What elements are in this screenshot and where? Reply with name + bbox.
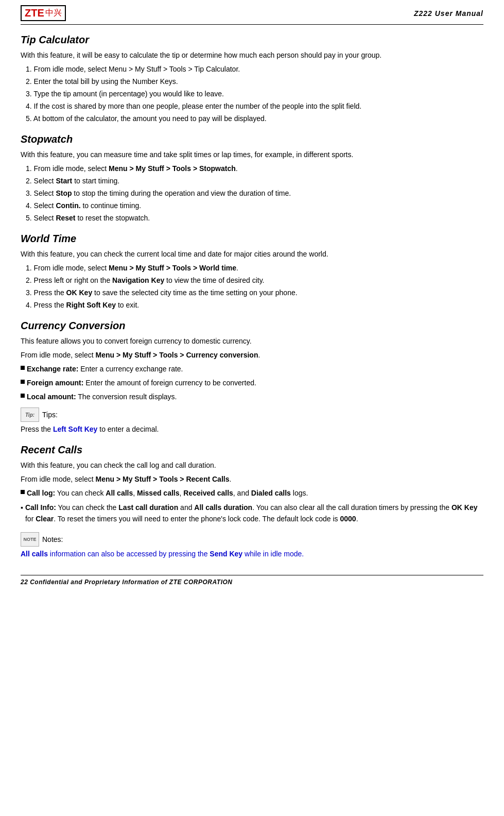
tip-calculator-intro: With this feature, it will be easy to ca… xyxy=(21,50,483,61)
bullet-text: Foreign amount: Enter the amount of fore… xyxy=(27,378,256,388)
currency-bullet-2: Foreign amount: Enter the amount of fore… xyxy=(21,378,483,388)
stopwatch-title: Stopwatch xyxy=(21,133,483,145)
bullet-icon xyxy=(21,394,25,398)
currency-intro2-pre: From idle mode, select xyxy=(21,351,96,359)
bullet-icon xyxy=(21,380,25,384)
call-info-bullet: ▪ Call Info: You can check the Last call… xyxy=(21,502,483,525)
currency-bullet-3: Local amount: The conversion result disp… xyxy=(21,392,483,402)
list-item: 3. Select Stop to stop the timing during… xyxy=(21,188,483,199)
list-item: 4. Press the Right Soft Key to exit. xyxy=(21,300,483,311)
currency-intro1: This feature allows you to convert forei… xyxy=(21,336,483,347)
list-item: 4. Select Contin. to continue timing. xyxy=(21,200,483,211)
call-info-bullet-char: ▪ xyxy=(21,502,23,513)
list-item: 2. Select Start to start timing. xyxy=(21,176,483,186)
bold-text: Reset xyxy=(56,214,75,222)
call-log-bullet: Call log: You can check All calls, Misse… xyxy=(21,488,483,499)
note-icon: NOTE xyxy=(21,532,39,547)
section-stopwatch: Stopwatch With this feature, you can mea… xyxy=(21,133,483,224)
bold-text: Dialed calls xyxy=(251,489,291,497)
note-send-key: Send Key xyxy=(210,550,242,558)
footer-text: 22 Confidential and Proprietary Informat… xyxy=(21,579,232,586)
bold-text: Contin. xyxy=(56,201,80,210)
bold-text: Menu > My Stuff > Tools > Recent Calls xyxy=(96,475,230,483)
note-box: NOTE Notes: xyxy=(21,532,483,547)
bold-text: Call log: xyxy=(27,489,55,497)
tip-icon: Tip: xyxy=(21,407,39,422)
world-time-steps: 1. From idle mode, select Menu > My Stuf… xyxy=(21,263,483,311)
note-label: Notes: xyxy=(42,535,63,543)
tip-content: Press the Left Soft Key to enter a decim… xyxy=(21,424,483,435)
call-info-text3: . To reset the timers you will need to e… xyxy=(54,515,340,523)
bold-text: Menu > My Stuff > Tools > Currency conve… xyxy=(96,351,258,359)
world-time-intro: With this feature, you can check the cur… xyxy=(21,249,483,260)
tip-left-soft-key: Left Soft Key xyxy=(53,425,97,433)
recent-calls-from-idle: From idle mode, select Menu > My Stuff >… xyxy=(21,474,483,485)
currency-bullet-1: Exchange rate: Enter a currency exchange… xyxy=(21,364,483,375)
bold-text: Foreign amount: xyxy=(27,379,83,387)
note-end: while in idle mode. xyxy=(242,550,304,558)
list-item: 4. If the cost is shared by more than on… xyxy=(21,101,483,112)
note-content: All calls information can also be access… xyxy=(21,549,483,559)
bullet-icon xyxy=(21,366,25,370)
bullet-text: Local amount: The conversion result disp… xyxy=(27,392,177,402)
section-currency-conversion: Currency Conversion This feature allows … xyxy=(21,320,483,435)
note-all-calls: All calls xyxy=(21,550,48,558)
section-world-time: World Time With this feature, you can ch… xyxy=(21,233,483,311)
bold-text: OK Key xyxy=(451,503,478,512)
section-tip-calculator: Tip Calculator With this feature, it wil… xyxy=(21,34,483,124)
bullet-text: Exchange rate: Enter a currency exchange… xyxy=(27,364,183,375)
call-info-text2: for xyxy=(25,515,36,523)
bold-text: Exchange rate: xyxy=(27,365,78,373)
list-item: 3. Type the tip amount (in percentage) y… xyxy=(21,89,483,99)
list-item: 3. Press the OK Key to save the selected… xyxy=(21,287,483,298)
section-recent-calls: Recent Calls With this feature, you can … xyxy=(21,444,483,559)
bold-text: Received calls xyxy=(183,489,233,497)
bold-text: Stop xyxy=(56,189,72,197)
manual-title: Z222 User Manual xyxy=(414,9,483,18)
currency-intro2-post: . xyxy=(258,351,260,359)
page-header: ZTE 中兴 Z222 User Manual xyxy=(21,5,483,25)
bold-text: Menu > My Stuff > Tools > World time xyxy=(109,264,236,272)
note-text: information can also be accessed by pres… xyxy=(48,550,210,558)
logo-chinese: 中兴 xyxy=(45,8,62,19)
stopwatch-steps: 1. From idle mode, select Menu > My Stuf… xyxy=(21,163,483,224)
logo: ZTE 中兴 xyxy=(21,5,66,21)
list-item: 5. At bottom of the calculator, the amou… xyxy=(21,113,483,124)
list-item: 2. Press left or right on the Navigation… xyxy=(21,275,483,286)
call-info-content: Call Info: You can check the Last call d… xyxy=(25,502,483,525)
from-idle-pre: From idle mode, select xyxy=(21,475,96,483)
bold-text: Local amount: xyxy=(27,393,76,401)
list-item: 2. Enter the total bill by using the Num… xyxy=(21,76,483,87)
tip-label: Tips: xyxy=(42,411,58,419)
world-time-title: World Time xyxy=(21,233,483,245)
call-info-pre: You can check the xyxy=(56,503,118,512)
bold-text: Call Info: xyxy=(25,503,56,512)
list-item: 1. From idle mode, select Menu > My Stuf… xyxy=(21,263,483,274)
page-footer: 22 Confidential and Proprietary Informat… xyxy=(21,575,483,586)
bold-text: Clear xyxy=(36,515,54,523)
logo-box: ZTE 中兴 xyxy=(21,5,66,21)
call-info-mid: and xyxy=(178,503,194,512)
currency-conversion-title: Currency Conversion xyxy=(21,320,483,332)
bold-text: OK Key xyxy=(66,288,93,297)
call-info-end: . xyxy=(356,515,358,523)
bold-text: Navigation Key xyxy=(112,276,164,284)
bold-text: Right Soft Key xyxy=(66,301,116,309)
list-item: 5. Select Reset to reset the stopwatch. xyxy=(21,213,483,224)
bold-text: All calls duration xyxy=(194,503,252,512)
bold-text: Last call duration xyxy=(118,503,178,512)
list-item: 1. From idle mode, select Menu > My Stuf… xyxy=(21,163,483,174)
tip-calculator-steps: 1. From idle mode, select Menu > My Stuf… xyxy=(21,64,483,124)
tip-calculator-title: Tip Calculator xyxy=(21,34,483,46)
from-idle-post: . xyxy=(229,475,231,483)
list-item: 1. From idle mode, select Menu > My Stuf… xyxy=(21,64,483,75)
stopwatch-intro: With this feature, you can measure time … xyxy=(21,149,483,160)
bold-text: Menu > My Stuff > Tools > Stopwatch xyxy=(109,164,236,173)
tip-box: Tip: Tips: xyxy=(21,407,483,422)
bold-text: Missed calls xyxy=(137,489,180,497)
tip-text-post: to enter a decimal. xyxy=(97,425,159,433)
recent-calls-title: Recent Calls xyxy=(21,444,483,456)
recent-calls-intro: With this feature, you can check the cal… xyxy=(21,460,483,471)
bold-text: All calls xyxy=(106,489,133,497)
currency-intro2: From idle mode, select Menu > My Stuff >… xyxy=(21,350,483,361)
